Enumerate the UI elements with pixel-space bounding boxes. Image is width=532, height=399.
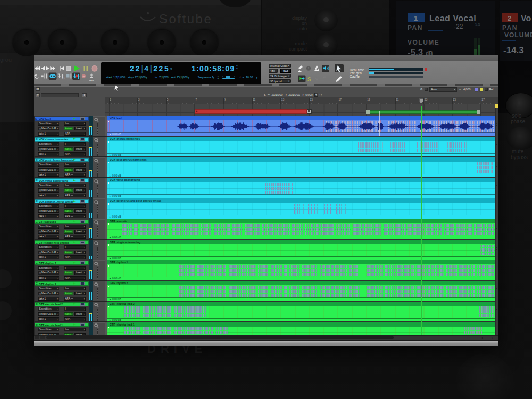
- svg-text:S: S: [307, 77, 311, 82]
- svg-text:1: 1: [64, 77, 65, 79]
- svg-text:1: 1: [58, 73, 59, 76]
- svg-text:BARS: BARS: [89, 80, 95, 82]
